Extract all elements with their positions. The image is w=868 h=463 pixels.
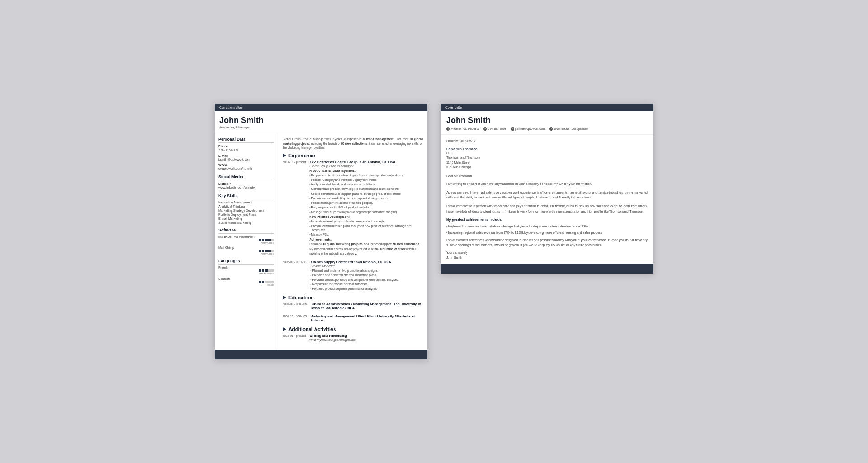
skill-item: Analytical Thinking	[218, 205, 274, 208]
cl-closing: Yours sincerely	[446, 251, 648, 254]
lang-level-label: Intermediate	[218, 272, 274, 275]
cl-linkedin: in www.linkedin.com/johnutw	[549, 127, 588, 131]
cl-linkedin-text: www.linkedin.com/johnutw	[554, 127, 588, 130]
software-title: Software	[218, 228, 274, 234]
email-icon: ✉	[511, 127, 514, 131]
exp-bullet: • Manage P&L.	[309, 232, 423, 236]
email-value: j.smith@uptowork.com	[218, 157, 274, 162]
cl-header-label: Cover Letter	[445, 106, 463, 109]
exp-date: 2010-12 - present	[283, 160, 306, 256]
exp-bullet: • Create communication support plans for…	[309, 192, 423, 196]
exp-bullet: • Analyze market trends and recommend so…	[309, 182, 423, 186]
exp-content: Kitchen Supply Center Ltd / San Antonio,…	[311, 260, 423, 291]
cl-achievement-item: • Increasing regional sales revenue from…	[446, 231, 648, 236]
exp-bullet: • Project management (teams of up to 5 p…	[309, 201, 423, 205]
education-header: Education	[283, 295, 423, 300]
experience-header: Experience	[283, 153, 423, 158]
cl-paragraph: I am writing to enquire if you have any …	[446, 181, 648, 186]
cv-job-title: Marketing Manager	[219, 125, 423, 129]
edu-date: 2005-09 - 2007-05	[283, 302, 307, 311]
software-list: MS Excel, MS PowerPointVery GoodMail Chi…	[218, 235, 274, 255]
cv-body: Personal Data Phone 774-987-4009 E-mail …	[215, 133, 427, 350]
cv-header-bar: Curriculum Vitae	[215, 104, 427, 111]
exp-sub-title: New Product Development:	[309, 215, 423, 218]
cl-recipient-name: Benjamin Thomson	[446, 147, 648, 151]
activities-list: 2012-01 - presentWriting and Influencing…	[283, 334, 423, 342]
cl-recipient-address: 1140 Main Street	[446, 161, 648, 165]
cl-name-section: John Smith ◎ Phoenix, AZ, Phoenix ☎ 774-…	[441, 111, 653, 135]
experience-arrow-icon	[283, 153, 286, 158]
cv-left-column: Personal Data Phone 774-987-4009 E-mail …	[215, 133, 278, 350]
exp-bullet: • Innovation development - develop new p…	[309, 219, 423, 223]
cl-footer	[441, 264, 653, 274]
cl-phone: ☎ 774-987-4009	[483, 127, 506, 131]
cl-recipient-title: CEO	[446, 151, 648, 156]
exp-bullet: • Communicate product knowledge to custo…	[309, 187, 423, 191]
exp-bullet: • Manage product portfolio (product segm…	[309, 210, 423, 214]
edu-content: Marketing and Management / West Miami Un…	[311, 314, 423, 323]
software-item: MS Excel, MS PowerPointVery Good	[218, 235, 274, 244]
experience-entry: 2007-09 - 2010-11Kitchen Supply Center L…	[283, 260, 423, 291]
education-entry: 2005-09 - 2007-05Business Administration…	[283, 302, 423, 311]
skills-list: Innovation ManagementAnalytical Thinking…	[218, 201, 274, 224]
skill-item: Marketing Strategy Development	[218, 209, 274, 212]
education-entry: 2000-10 - 2004-05Marketing and Managemen…	[283, 314, 423, 323]
education-title: Education	[288, 295, 312, 300]
lang-level-label: Basic	[218, 283, 274, 286]
cl-paragraphs: I am writing to enquire if you have any …	[446, 181, 648, 214]
skill-item: Portfolio Deployment Plans	[218, 213, 274, 216]
cl-name: John Smith	[446, 116, 648, 125]
cl-recipient: Benjamin Thomson CEO Thomson and Thomson…	[446, 147, 648, 170]
www-label: WWW	[218, 163, 274, 166]
cl-paragraph: As you can see, I have had extensive vac…	[446, 190, 648, 200]
lang-dot	[259, 281, 261, 283]
cv-header-label: Curriculum Vitae	[219, 106, 243, 109]
social-media-title: Social Media	[218, 175, 274, 180]
software-name: MS Excel, MS PowerPoint	[218, 235, 274, 238]
exp-achievement-text: I finalized 10 global marketing projects…	[309, 242, 423, 246]
experience-list: 2010-12 - presentXYZ Cosmetics Capital G…	[283, 160, 423, 291]
cl-body: Phoenix, 2016-05-17 Benjamin Thomson CEO…	[441, 135, 653, 264]
education-list: 2005-09 - 2007-05Business Administration…	[283, 302, 423, 323]
location-icon: ◎	[446, 127, 450, 131]
exp-bullet: • Planned and implemented promotional ca…	[311, 269, 423, 273]
edu-date: 2000-10 - 2004-05	[283, 314, 307, 323]
edu-degree: Business Administration / Marketing Mana…	[311, 302, 423, 310]
language-item: SpanishBasic	[218, 277, 274, 286]
exp-sub-title: Achievements:	[309, 238, 423, 241]
key-skills-title: Key Skills	[218, 194, 274, 199]
exp-sub-title: Product & Brand Management:	[309, 169, 423, 172]
edu-degree: Marketing and Management / West Miami Un…	[311, 314, 423, 322]
cl-signature: John Smith	[446, 256, 648, 259]
cv-intro: Global Group Product Manager with 7 year…	[283, 137, 423, 150]
cv-footer	[215, 350, 427, 359]
cl-recipient-city: IL 60605 Chicago	[446, 165, 648, 170]
linkedin-label: Linkedin	[218, 182, 274, 185]
cl-phone-text: 774-987-4009	[488, 127, 506, 130]
cl-location-text: Phoenix, AZ, Phoenix	[451, 127, 479, 130]
page-container: Curriculum Vitae John Smith Marketing Ma…	[215, 104, 653, 359]
exp-bullet: • Prepared product segment performance a…	[311, 287, 423, 291]
email-label: E-mail	[218, 154, 274, 157]
exp-content: XYZ Cosmetics Capital Group / San Antoni…	[309, 160, 423, 256]
lang-dot	[262, 281, 264, 283]
skill-level-label: Very Good	[218, 252, 274, 255]
language-name: Spanish	[218, 277, 274, 280]
language-name: French	[218, 266, 274, 269]
exp-role: Product Manager	[311, 265, 423, 268]
skill-level-label: Very Good	[218, 241, 274, 244]
exp-bullet: • Fully responsible for P&L of product p…	[309, 205, 423, 209]
cl-achievements-title: My greatest achievements include:	[446, 217, 648, 222]
cl-closing-para: I have excellent references and would be…	[446, 237, 648, 247]
skill-item: E-mail Marketing	[218, 217, 274, 220]
cv-document: Curriculum Vitae John Smith Marketing Ma…	[215, 104, 427, 359]
act-value: www.mymarketingcampaigns.me	[309, 338, 423, 341]
exp-bullet: • Prepare Category and Portfolio Deploym…	[309, 178, 423, 182]
exp-bullet: • Provided product portfolios and compet…	[311, 278, 423, 282]
cl-achievements: • Implementing new customer relations st…	[446, 224, 648, 236]
personal-data-title: Personal Data	[218, 137, 274, 143]
experience-entry: 2010-12 - presentXYZ Cosmetics Capital G…	[283, 160, 423, 256]
languages-list: FrenchIntermediateSpanishBasic	[218, 266, 274, 286]
linkedin-value: www.linkedin.com/johnutw	[218, 185, 274, 190]
act-date: 2012-01 - present	[283, 334, 306, 342]
